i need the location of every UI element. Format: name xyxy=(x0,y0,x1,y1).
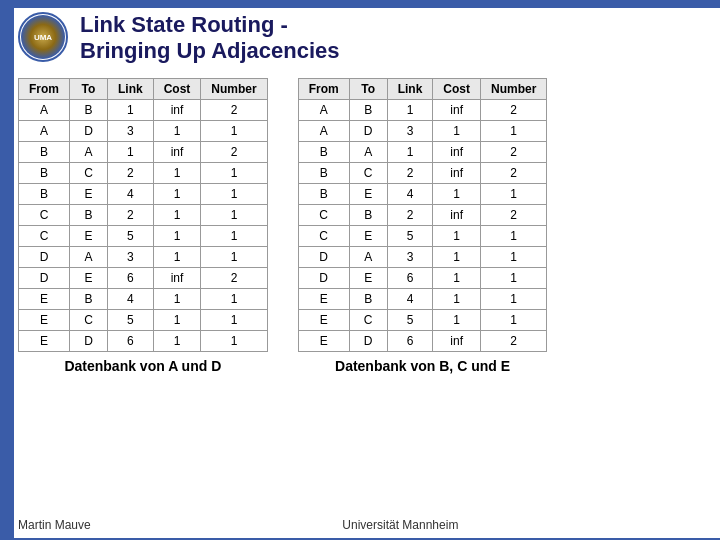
right-col-from: From xyxy=(298,79,349,100)
left-routing-table: From To Link Cost Number AB1inf2AD311BA1… xyxy=(18,78,268,352)
table-row: BA1inf2 xyxy=(298,142,547,163)
logo: UMA xyxy=(18,12,74,68)
right-col-number: Number xyxy=(481,79,547,100)
table-row: BA1inf2 xyxy=(19,142,268,163)
table-row: EB411 xyxy=(19,289,268,310)
table-row: EC511 xyxy=(19,310,268,331)
left-col-number: Number xyxy=(201,79,267,100)
left-col-link: Link xyxy=(108,79,154,100)
table-row: CB211 xyxy=(19,205,268,226)
left-table-caption: Datenbank von A und D xyxy=(18,358,268,374)
page-title: Link State Routing - Bringing Up Adjacen… xyxy=(80,12,340,65)
table-row: CE511 xyxy=(19,226,268,247)
table-row: CB2inf2 xyxy=(298,205,547,226)
table-row: BC211 xyxy=(19,163,268,184)
left-col-from: From xyxy=(19,79,70,100)
table-row: ED611 xyxy=(19,331,268,352)
right-routing-table: From To Link Cost Number AB1inf2AD311BA1… xyxy=(298,78,548,352)
table-row: BC2inf2 xyxy=(298,163,547,184)
table-row: AD311 xyxy=(298,121,547,142)
main-content: From To Link Cost Number AB1inf2AD311BA1… xyxy=(18,78,710,374)
right-col-to: To xyxy=(349,79,387,100)
left-col-cost: Cost xyxy=(153,79,201,100)
right-col-cost: Cost xyxy=(433,79,481,100)
table-row: CE511 xyxy=(298,226,547,247)
table-row: DA311 xyxy=(298,247,547,268)
table-row: DE6inf2 xyxy=(19,268,268,289)
footer-center: Universität Mannheim xyxy=(342,518,458,532)
table-row: ED6inf2 xyxy=(298,331,547,352)
tables-row: From To Link Cost Number AB1inf2AD311BA1… xyxy=(18,78,710,374)
left-accent-bar xyxy=(0,0,14,540)
left-table-container: From To Link Cost Number AB1inf2AD311BA1… xyxy=(18,78,268,374)
table-row: EB411 xyxy=(298,289,547,310)
table-row: AB1inf2 xyxy=(298,100,547,121)
footer-left: Martin Mauve xyxy=(18,518,91,532)
table-row: EC511 xyxy=(298,310,547,331)
table-row: BE411 xyxy=(298,184,547,205)
right-table-container: From To Link Cost Number AB1inf2AD311BA1… xyxy=(298,78,548,374)
right-table-caption: Datenbank von B, C und E xyxy=(298,358,548,374)
table-row: DA311 xyxy=(19,247,268,268)
top-accent-bar xyxy=(14,0,720,8)
right-col-link: Link xyxy=(387,79,433,100)
table-row: BE411 xyxy=(19,184,268,205)
title-area: Link State Routing - Bringing Up Adjacen… xyxy=(80,12,340,65)
footer: Martin Mauve Universität Mannheim xyxy=(18,518,710,532)
table-row: AB1inf2 xyxy=(19,100,268,121)
table-row: AD311 xyxy=(19,121,268,142)
left-col-to: To xyxy=(70,79,108,100)
table-row: DE611 xyxy=(298,268,547,289)
